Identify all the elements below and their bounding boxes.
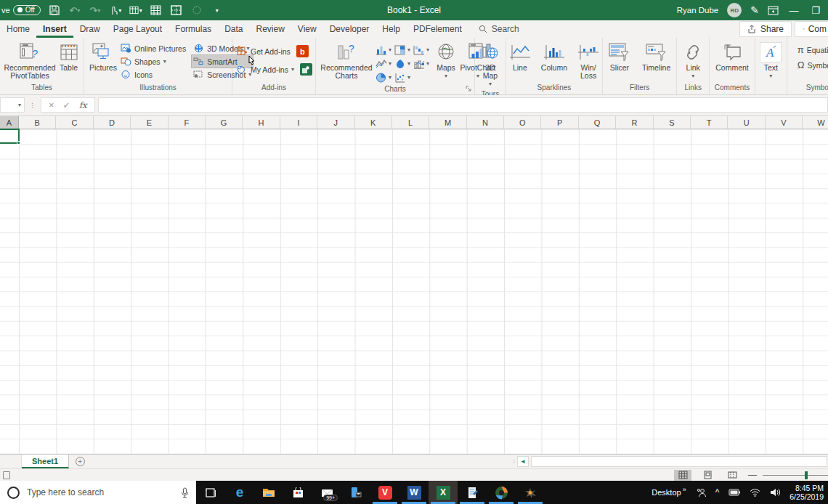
share-button[interactable]: Share [739,21,792,37]
minimize-button[interactable]: — [787,5,800,16]
sheet-tab-sheet1[interactable]: Sheet1 [22,455,69,468]
tab-pdfelement[interactable]: PDFelement [407,21,468,38]
normal-view-button[interactable] [674,470,691,481]
microphone-icon[interactable] [181,487,189,498]
user-name[interactable]: Ryan Dube [677,6,719,15]
tab-view[interactable]: View [291,21,323,38]
bing-addin-tile[interactable]: b [296,45,309,57]
column-header[interactable]: E [131,116,168,129]
tab-page-layout[interactable]: Page Layout [107,21,169,38]
column-header[interactable]: M [429,116,466,129]
tab-insert[interactable]: Insert [36,21,73,38]
cancel-button[interactable]: × [49,99,54,110]
desktop-toolbar[interactable]: Desktop » [652,488,686,497]
word-icon[interactable]: W [399,481,429,504]
insert-pie-chart-button[interactable]: ▾ [376,70,391,84]
recommended-charts-button[interactable]: ? Recommended Charts [319,41,374,81]
ribbon-display-options-icon[interactable] [768,6,779,15]
column-header[interactable]: C [56,116,93,129]
column-header[interactable]: N [467,116,504,129]
column-header[interactable]: O [504,116,541,129]
microsoft-store-icon[interactable] [283,481,312,504]
text-button[interactable]: A Text ▾ [757,41,784,81]
get-addins-button[interactable]: Get Add-ins [235,45,292,57]
insert-waterfall-chart-button[interactable]: ▾ [413,43,429,57]
sparkline-winloss-button[interactable]: Win/ Loss [575,41,602,81]
column-header[interactable]: A [0,116,19,129]
insert-scatter-chart-button[interactable]: ▾ [394,70,410,84]
tab-draw[interactable]: Draw [73,21,107,38]
3d-map-button[interactable]: 3D Map▾ [478,41,503,89]
green-addin-tile[interactable] [300,63,312,76]
symbol-button[interactable]: Ω Symbol [796,59,828,71]
column-header[interactable]: P [541,116,578,129]
name-box[interactable]: ▾ [0,97,25,113]
table-button[interactable]: Table [57,41,81,73]
timeline-button[interactable]: Timeline [639,41,673,73]
slicer-button[interactable]: Slicer [606,41,633,73]
tab-formulas[interactable]: Formulas [169,21,218,38]
horizontal-scrollbar-thumb[interactable] [531,456,827,467]
column-header[interactable]: R [616,116,653,129]
selected-cell-a1[interactable] [0,129,20,144]
column-header[interactable]: I [280,116,317,129]
tab-help[interactable]: Help [376,21,407,38]
page-break-preview-button[interactable] [723,470,741,481]
enter-button[interactable]: ✓ [63,100,70,110]
comment-button[interactable]: Comment [713,41,752,73]
sparkline-column-button[interactable]: Column [538,41,570,73]
touch-mouse-mode-icon[interactable]: ▾ [109,4,122,17]
pencil-icon[interactable]: ✎ [750,4,759,16]
pictures-button[interactable]: Pictures [87,41,119,73]
undo-icon[interactable]: ↶▾ [68,4,81,17]
column-header[interactable]: K [355,116,392,129]
equation-button[interactable]: π Equation ▾ [796,44,828,56]
task-view-button[interactable] [196,481,225,504]
insert-statistic-chart-button[interactable]: ▾ [394,57,410,70]
browser-app-icon[interactable] [487,481,516,504]
new-table-icon[interactable]: ▾ [129,4,142,17]
restore-button[interactable]: ❐ [809,5,822,16]
zoom-slider-thumb[interactable] [805,471,808,479]
qat-customize-icon[interactable]: ▾ [211,4,224,17]
excel-icon[interactable]: X [429,481,458,504]
ribbon-search[interactable]: Search [479,24,519,34]
column-header[interactable]: H [243,116,280,129]
column-header[interactable]: D [94,116,131,129]
vivaldi-icon[interactable]: V [370,481,399,504]
fill-handle[interactable] [17,141,20,145]
scroll-left-button[interactable]: ◄ [517,456,529,467]
scrollbar-resize-dots[interactable]: ⁞ [514,458,515,465]
speaker-icon[interactable] [770,488,780,497]
column-header[interactable]: S [654,116,691,129]
tab-home[interactable]: Home [0,21,36,38]
column-header[interactable]: U [728,116,765,129]
highlight-icon[interactable] [190,4,203,17]
charts-dialog-launcher[interactable] [466,86,473,93]
formula-input[interactable] [98,97,828,113]
new-sheet-button[interactable]: + [69,455,91,468]
mail-icon[interactable]: 99+ [312,481,341,504]
zoom-slider[interactable] [763,475,828,476]
column-header[interactable]: V [766,116,803,129]
column-header[interactable]: F [169,116,206,129]
worksheet-grid[interactable] [0,129,828,454]
tab-data[interactable]: Data [218,21,249,38]
recommended-pivottables-button[interactable]: ? Recommended PivotTables [3,41,57,81]
wifi-icon[interactable] [750,489,760,497]
user-avatar[interactable]: RD [727,3,742,17]
insert-function-button[interactable]: fx [79,100,87,110]
accessibility-status-icon[interactable] [3,471,10,479]
taskbar-search-box[interactable]: Type here to search [0,481,196,504]
tab-developer[interactable]: Developer [323,21,376,38]
taskbar-clock[interactable]: 8:45 PM 6/25/2019 [790,484,824,501]
spider-app-icon[interactable] [516,481,545,504]
save-icon[interactable] [48,4,61,17]
link-button[interactable]: Link▾ [680,41,706,81]
autosave-toggle[interactable]: ve Off [1,5,41,15]
page-layout-view-button[interactable] [699,470,716,481]
borders-icon[interactable] [170,4,183,17]
notes-app-icon[interactable] [458,481,487,504]
online-pictures-button[interactable]: Online Pictures [119,42,187,54]
insert-column-chart-button[interactable]: ▾ [376,43,391,57]
